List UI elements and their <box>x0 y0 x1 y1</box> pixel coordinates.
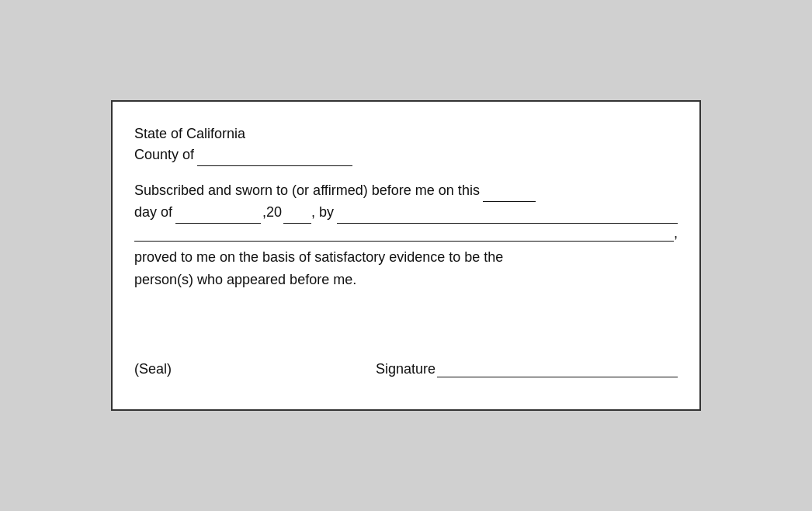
continuation-field[interactable] <box>134 227 674 242</box>
signature-area: Signature <box>376 361 678 377</box>
signature-field[interactable] <box>437 363 678 377</box>
bottom-section: (Seal) Signature <box>134 353 678 377</box>
year-field[interactable] <box>283 202 311 224</box>
date-day-field[interactable] <box>483 180 536 202</box>
seal-label: (Seal) <box>134 361 172 377</box>
county-line: County of <box>134 144 678 166</box>
proved-text-line2: person(s) who appeared before me. <box>134 272 356 287</box>
state-label: State of California <box>134 123 245 144</box>
signature-label: Signature <box>376 361 435 377</box>
day-label: day of <box>134 202 172 223</box>
proved-text-line1: proved to me on the basis of satisfactor… <box>134 249 503 265</box>
by-label: , by <box>311 202 334 223</box>
month-field[interactable] <box>175 202 261 224</box>
state-line: State of California <box>134 123 678 144</box>
subscribed-text: Subscribed and sworn to (or affirmed) be… <box>134 180 480 201</box>
subscribed-line2: day of , 20 , by <box>134 202 678 224</box>
continuation-comma: , <box>674 225 678 242</box>
county-field[interactable] <box>197 144 352 166</box>
subscribed-block: Subscribed and sworn to (or affirmed) be… <box>134 180 678 242</box>
county-label: County of <box>134 144 194 165</box>
continuation-row: , <box>134 225 678 242</box>
twenty-label: 20 <box>266 202 282 223</box>
notary-form: State of California County of Subscribed… <box>111 100 701 411</box>
by-field[interactable] <box>337 202 678 224</box>
proved-block: proved to me on the basis of satisfactor… <box>134 246 678 291</box>
subscribed-line1: Subscribed and sworn to (or affirmed) be… <box>134 180 678 202</box>
